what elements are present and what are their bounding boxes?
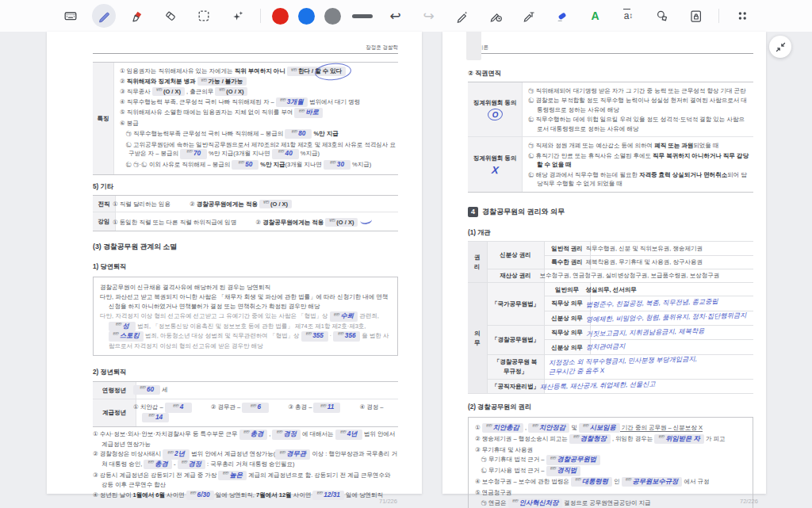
note-box: 경찰공무원이 신규채용 결격사유에 해당하게 된 경우는 당연퇴직다만, 파산선…	[93, 277, 398, 356]
pen-tool-button[interactable]	[92, 4, 116, 28]
pdf-page-left[interactable]: 장정훈 경찰학 특징 ① 임용권자는 직위해제사유 있는 자에게는 직위 부여하…	[47, 32, 422, 494]
fill-blank-handwritten: 경정	[178, 460, 206, 469]
text-line: ㉠ 직위해제되어 대기명령 받은 자가 그 기간 중 능력 또는 근무성적 향상…	[528, 86, 750, 95]
handwritten-answer-o: O	[487, 108, 503, 121]
handwritten-scribble	[360, 216, 373, 225]
bookmark-tab	[466, 32, 481, 60]
fill-blank-handwritten: 경무관	[275, 449, 310, 459]
fill-blank-handwritten: 60	[133, 385, 160, 395]
text-line: ㉡ 무기사용 법적 근거 – 경직법	[475, 466, 746, 476]
fill-blank-handwritten: 12/31	[312, 491, 344, 500]
table-cell: ㉠ 직위해제되어 대기명령 받은 자가 그 기간 중 능력 또는 근무성적 향상…	[523, 82, 753, 136]
table-cell: 영예제한, 비밀엄수, 청렴, 품위유지, 정치·집단행위금지	[590, 311, 753, 325]
page-header-left: 장정훈 경찰학	[93, 44, 398, 52]
fill-blank-handwritten: 대통령령	[571, 477, 612, 487]
header-rule	[468, 53, 753, 54]
pen-sparkle-tool-button[interactable]	[450, 4, 474, 28]
text-line: 지정장소 외 직무수행금지, 민사분쟁 부당개입금지,	[549, 357, 750, 366]
handwritten-note: 근무시간 중 음주 X	[548, 366, 603, 377]
pen-text-tool-button[interactable]	[517, 4, 541, 28]
handwritten-note: 정치관여금지	[585, 342, 625, 353]
apps-grid-button[interactable]	[730, 4, 754, 28]
fill-blank-handwritten: 2년	[163, 449, 190, 459]
lasso-select-tool-button[interactable]	[192, 4, 216, 28]
bold-text: 경찰공무원에게는 적용	[262, 219, 325, 226]
exofficio-dismissal-table: 징계위원회 동의 O ㉠ 직위해제되어 대기명령 받은 자가 그 기간 중 능력…	[468, 82, 753, 193]
fill-blank: 가능 / 불가능	[197, 77, 247, 86]
table-row-label: 연령정년	[93, 382, 136, 399]
text-line: ① 치안총감 , 치안정감 및 시보임용 기간 중의 공무원 – 신분보장 X	[475, 423, 746, 433]
bold-text: %만 지급	[259, 161, 285, 168]
table-row: 징계위원회 동의 X ㉠ 직제와 정원 개폐 또는 예산감소 등에 의하여 폐직…	[468, 137, 753, 191]
bold-text: 경찰공무원에게는 적용	[197, 201, 259, 208]
subheading-etc: 5) 기타	[93, 182, 398, 192]
fill-blank-handwritten: 4년	[335, 430, 362, 439]
fill-blank-handwritten: 50	[232, 160, 259, 170]
fill-blank-handwritten: 위임받은 자	[654, 434, 704, 444]
subheading-resignation: 1) 당연퇴직	[93, 262, 398, 272]
active-marker-blue-button[interactable]	[550, 4, 574, 28]
sub-label: 일반적 권리	[544, 242, 590, 255]
fill-blank: (O / X)	[259, 200, 292, 208]
fill-blank-handwritten: 40	[272, 149, 299, 159]
color-swatch-blue[interactable]	[298, 8, 315, 25]
subheading-exofficio: ② 직권면직	[468, 69, 753, 78]
handwritten-answer-x: X	[491, 164, 499, 175]
label-text: 징계위원회 동의	[473, 154, 517, 162]
table-row: 강임 ① 동일한 직렬 또는 다른 직렬 하위직급에 임명② 경찰공무원에게는 …	[93, 212, 398, 230]
text-line: ① 수사·정보·외사·안보·자치경찰사무 등 특수부문 근무 총경 , 경정 에…	[93, 430, 398, 449]
text-line: 근무시간 중 음주 X	[549, 367, 750, 376]
text-line: ㉢ 해당 경과에서 직무수행 하는데 필요한 자격증 효력 상실되거나 면허취소…	[528, 170, 750, 189]
note-app: ↩ ↪ A	[0, 0, 812, 508]
document-workspace[interactable]: 장정훈 경찰학 특징 ① 임용권자는 직위해제사유 있는 자에게는 직위 부여하…	[0, 32, 812, 508]
green-highlight-text-button[interactable]: A	[584, 4, 607, 28]
section-title: 경찰공무원의 권리와 의무	[482, 207, 565, 218]
section-number-badge: 4	[468, 207, 478, 217]
note-lock-button[interactable]	[684, 4, 707, 28]
eraser-tool-button[interactable]	[159, 4, 182, 28]
fill-blank-handwritten: 356	[333, 331, 360, 341]
keyboard-tool-button[interactable]	[59, 4, 82, 28]
text-line: 다만, 자격정지 이상 형의 선고유예 선고받고 그 유예기간 중에 있는 사람…	[100, 311, 391, 349]
handwritten-note: 법령준수, 친절공정, 복종, 직무전념, 종교중립	[585, 297, 718, 311]
features-table: 특징 ① 임용권자는 직위해제사유 있는 자에게는 직위 부여하지 아니 한다 …	[93, 62, 398, 175]
bold-text: 성실의무, 선서의무	[586, 286, 637, 293]
fill-blank-handwritten: 14	[142, 413, 169, 422]
text-line: ④ 정년된 날이 1월에서 6월 사이면 6/30 일에 당연퇴직, 7월에서 …	[93, 491, 398, 500]
fill-blank-handwritten: 인사혁신처장	[508, 498, 563, 508]
table-cell: 제복착용권, 무기휴대 및 사용권, 장구사용권	[590, 255, 753, 269]
bold-text: 7월에서 12월	[256, 491, 292, 498]
text-line: ③ 강등시 계급정년은 강등되기 전 계급 중 가장 높은 계급의 계급정년으로…	[93, 471, 398, 490]
pdf-page-right[interactable]: 심화이론 ② 직권면직 징계위원회 동의 O ㉠ 직위해제되어 대기명령 받은 …	[442, 32, 766, 494]
stroke-width-preview	[352, 14, 373, 18]
stroke-width-button[interactable]	[350, 4, 374, 28]
color-swatch-red[interactable]	[272, 8, 289, 25]
table-cell: 재산등록, 재산공개, 취업제한, 선물신고	[544, 379, 753, 393]
sub-label: 신분상 의무	[544, 311, 590, 325]
section-heading: (3) 경찰공무원 관계의 소멸	[93, 242, 398, 252]
magic-wand-tool-button[interactable]	[225, 4, 249, 28]
page-indicator-left: 71/226	[379, 498, 397, 505]
shapes-tool-button[interactable]	[650, 4, 674, 28]
collapse-panel-button[interactable]	[769, 36, 791, 58]
table-cell: ㉠ 직제와 정원 개폐 또는 예산감소 등에 의하여 폐직 또는 과원되었을 때…	[523, 137, 753, 191]
sub-label: 직무상 의무	[544, 296, 590, 311]
pen-timer-tool-button[interactable]	[484, 4, 508, 28]
text-line: ㉠ 직제와 정원 개폐 또는 예산감소 등에 의하여 폐직 또는 과원되었을 때	[528, 141, 750, 150]
color-swatch-gray[interactable]	[324, 8, 341, 25]
toolbar-divider	[718, 9, 719, 23]
table-row-label: 계급정년	[93, 399, 136, 426]
marker-tool-button[interactable]	[125, 4, 149, 28]
text-style-button[interactable]: a↕	[617, 4, 641, 28]
rights-duties-table: 권리 신분상 권리 일반적 권리 직무수행권, 신분 및 직위보유권, 쟁송제기…	[468, 241, 753, 394]
table-cell: ① 직렬 달리하는 임용② 경찰공무원에게는 적용 (O / X)	[116, 197, 398, 211]
page-indicator-right: 72/226	[740, 498, 758, 505]
handwritten-note: 거짓보고금지, 지휘권남용금지, 제복착용	[585, 327, 704, 339]
undo-button[interactable]: ↩	[384, 4, 408, 28]
redo-button[interactable]: ↪	[417, 4, 441, 28]
fill-blank-handwritten: 경직법	[546, 466, 581, 476]
text-line: ㉡ 고위공무원단에 속하는 일반직공무원으로서 제70조의2 제1항 제2호 및…	[120, 140, 398, 159]
cat-label: 재산상 권리	[487, 269, 544, 282]
fill-blank-handwritten: 성	[109, 322, 136, 331]
table-cell: 직무수행권, 신분 및 직위보유권, 쟁송제기권	[590, 242, 753, 255]
